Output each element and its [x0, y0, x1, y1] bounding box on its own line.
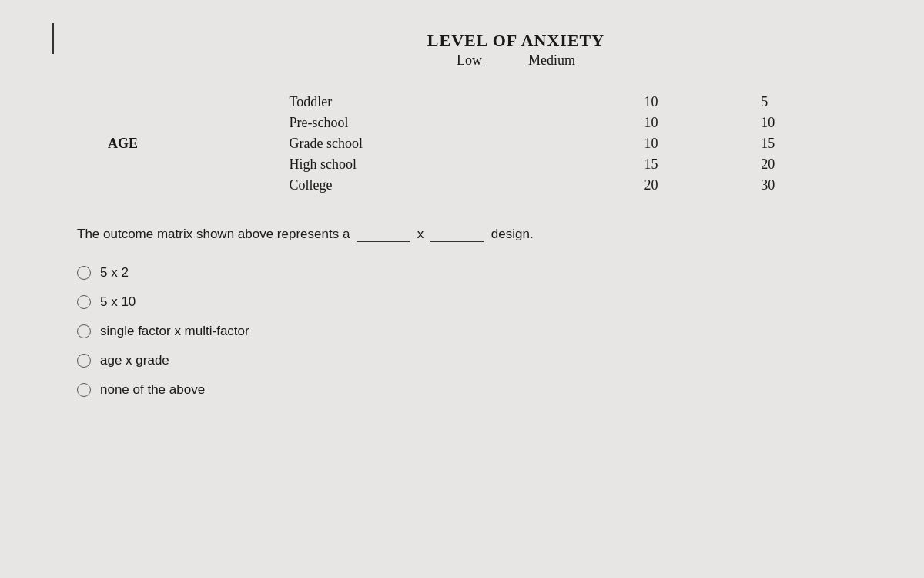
age-label-cell	[108, 113, 290, 133]
radio-circle[interactable]	[77, 266, 91, 280]
col2-header: Medium	[528, 52, 575, 69]
radio-circle[interactable]	[77, 383, 91, 397]
matrix-table: Toddler105Pre-school1010AGEGrade school1…	[108, 92, 878, 196]
option-label: age x grade	[100, 353, 169, 368]
row-label: Grade school	[290, 133, 644, 154]
low-value: 10	[644, 133, 762, 154]
option-item[interactable]: 5 x 2	[77, 265, 878, 281]
matrix-row: AGEGrade school1015	[108, 133, 878, 154]
row-label: Pre-school	[290, 113, 644, 133]
title-section: LEVEL OF ANXIETY Low Medium	[154, 31, 878, 69]
blank2	[430, 241, 484, 242]
row-label: College	[290, 175, 644, 196]
medium-value: 15	[761, 133, 878, 154]
low-value: 10	[644, 113, 762, 133]
title-sub: Low Medium	[154, 52, 878, 69]
option-label: none of the above	[100, 382, 205, 398]
matrix-row: Toddler105	[108, 92, 878, 113]
option-item[interactable]: single factor x multi-factor	[77, 324, 878, 339]
option-label: 5 x 2	[100, 265, 129, 281]
outcome-suffix: design.	[491, 227, 534, 241]
col1-header: Low	[457, 52, 482, 69]
x-symbol: x	[417, 227, 424, 241]
low-value: 10	[644, 92, 762, 113]
row-label: High school	[290, 154, 644, 175]
options-list: 5 x 25 x 10single factor x multi-factora…	[77, 265, 878, 398]
age-label-cell	[108, 154, 290, 175]
matrix-row: High school1520	[108, 154, 878, 175]
cursor-line	[52, 23, 54, 54]
age-label-cell	[108, 175, 290, 196]
medium-value: 30	[761, 175, 878, 196]
page: LEVEL OF ANXIETY Low Medium Toddler105Pr…	[0, 0, 924, 578]
radio-circle[interactable]	[77, 324, 91, 338]
option-label: single factor x multi-factor	[100, 324, 249, 339]
medium-value: 20	[761, 154, 878, 175]
radio-circle[interactable]	[77, 295, 91, 309]
row-label: Toddler	[290, 92, 644, 113]
matrix-wrapper: Toddler105Pre-school1010AGEGrade school1…	[85, 92, 878, 196]
option-label: 5 x 10	[100, 294, 136, 310]
option-item[interactable]: age x grade	[77, 353, 878, 368]
matrix-row: Pre-school1010	[108, 113, 878, 133]
option-item[interactable]: none of the above	[77, 382, 878, 398]
outcome-prefix: The outcome matrix shown above represent…	[77, 227, 350, 241]
low-value: 15	[644, 154, 762, 175]
matrix-row: College2030	[108, 175, 878, 196]
title-main: LEVEL OF ANXIETY	[154, 31, 878, 51]
medium-value: 10	[761, 113, 878, 133]
outcome-text: The outcome matrix shown above represent…	[77, 227, 878, 242]
age-label-cell	[108, 92, 290, 113]
age-label-cell: AGE	[108, 133, 290, 154]
option-item[interactable]: 5 x 10	[77, 294, 878, 310]
radio-circle[interactable]	[77, 354, 91, 368]
main-content: LEVEL OF ANXIETY Low Medium Toddler105Pr…	[62, 31, 878, 398]
low-value: 20	[644, 175, 762, 196]
medium-value: 5	[761, 92, 878, 113]
blank1	[357, 241, 410, 242]
